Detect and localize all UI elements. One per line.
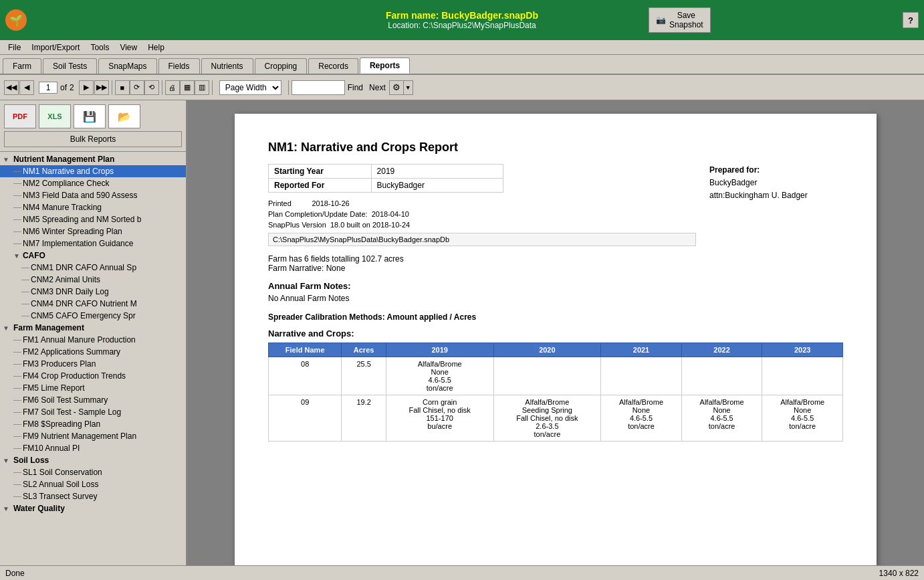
tree-item-fm8[interactable]: — FM8 $Spreading Plan <box>0 418 186 430</box>
snapplus-version-row: SnapPlus Version 18.0 built on 2018-10-2… <box>268 219 696 230</box>
view2-button[interactable]: ▥ <box>195 80 209 95</box>
prev-page-button[interactable]: ◀ <box>19 80 34 95</box>
reported-for-label: Reported For <box>269 179 372 193</box>
menu-tools[interactable]: Tools <box>85 41 114 54</box>
help-button[interactable]: ? <box>903 12 919 28</box>
annual-farm-notes-label: Annual Farm Notes: <box>268 281 843 291</box>
find-button[interactable]: Find <box>345 82 366 93</box>
tab-nutrients[interactable]: Nutrients <box>201 58 253 74</box>
file-path: C:\SnapPlus2\MySnapPlusData\BuckyBadger.… <box>268 233 696 246</box>
tree-item-cnm3[interactable]: — CNM3 DNR Daily Log <box>0 286 186 298</box>
tree-item-nm2[interactable]: — NM2 Compliance Check <box>0 177 186 189</box>
save-snapshot-button[interactable]: 📷 Save Snapshot <box>649 7 711 33</box>
refresh-button[interactable]: ⟳ <box>130 80 144 95</box>
tree-item-nm7[interactable]: — NM7 Implementation Guidance <box>0 237 186 250</box>
col-2021: 2021 <box>601 343 682 357</box>
stop-button[interactable]: ■ <box>115 80 130 95</box>
menu-help[interactable]: Help <box>142 41 170 54</box>
tree-item-fm1[interactable]: — FM1 Annual Manure Production <box>0 334 186 346</box>
gear-button[interactable]: ⚙ <box>389 80 404 95</box>
view1-button[interactable]: ▦ <box>180 80 195 95</box>
main-content: PDF XLS 💾 📂 Bulk Reports ▼ Nutrient Man <box>0 100 924 565</box>
menu-import-export[interactable]: Import/Export <box>26 41 85 54</box>
table-row-reported-for: Reported For BuckyBadger <box>269 179 503 193</box>
tree-item-cafo[interactable]: ▼ CAFO <box>0 250 186 262</box>
tree-item-fm6[interactable]: — FM6 Soil Test Summary <box>0 394 186 406</box>
tree-item-cnm2[interactable]: — CNM2 Animal Units <box>0 274 186 286</box>
expand-icon-water: ▼ <box>3 505 9 512</box>
group-water-quality: ▼ Water Quality <box>0 502 186 514</box>
tree-item-nm1[interactable]: — NM1 Narrative and Crops <box>0 165 186 177</box>
status-text: Done <box>5 569 25 578</box>
last-page-button[interactable]: ▶▶ <box>94 80 109 95</box>
tab-farm[interactable]: Farm <box>3 58 41 74</box>
print-button[interactable]: 🖨 <box>165 80 180 95</box>
tree-item-cnm5[interactable]: — CNM5 CAFO Emergency Spr <box>0 310 186 322</box>
tree-item-fm4[interactable]: — FM4 Crop Production Trends <box>0 370 186 382</box>
tree-item-nm5[interactable]: — NM5 Spreading and NM Sorted b <box>0 213 186 225</box>
location: Location: C:\SnapPlus2\MySnapPlusData <box>386 21 538 30</box>
report-tree: ▼ Nutrient Management Plan — NM1 Narrati… <box>0 152 186 565</box>
report-toolbar: ◀◀ ◀ of 2 ▶ ▶▶ ■ ⟳ ⟲ 🖨 ▦ ▥ Page Width Fi… <box>0 75 924 100</box>
status-bar: Done 1340 x 822 <box>0 565 924 580</box>
tree-item-nm6[interactable]: — NM6 Winter Spreading Plan <box>0 225 186 237</box>
zoom-select[interactable]: Page Width <box>219 80 281 95</box>
separator-4 <box>288 80 289 95</box>
group-header-nutrient-mgmt[interactable]: ▼ Nutrient Management Plan <box>0 153 186 165</box>
tree-item-sl2[interactable]: — SL2 Annual Soil Loss <box>0 478 186 490</box>
tree-item-nm4[interactable]: — NM4 Manure Tracking <box>0 201 186 213</box>
separator-1 <box>112 80 112 95</box>
spreader-value: Amount applied / Acres <box>387 312 477 322</box>
farm-fields-info: Farm has 6 fields totalling 102.7 acres … <box>268 254 843 273</box>
tab-soil-tests[interactable]: Soil Tests <box>43 58 97 74</box>
find-input[interactable] <box>292 80 345 95</box>
spreader-label: Spreader Calibration Methods <box>268 312 382 322</box>
tab-cropping[interactable]: Cropping <box>255 58 308 74</box>
folder-button[interactable]: 📂 <box>108 104 140 128</box>
col-2019: 2019 <box>386 343 493 357</box>
tree-item-sl3[interactable]: — SL3 Transect Survey <box>0 490 186 502</box>
group-header-farm-mgmt[interactable]: ▼ Farm Management <box>0 322 186 334</box>
separator-2 <box>162 80 162 95</box>
bulk-reports-button[interactable]: Bulk Reports <box>4 131 182 147</box>
tree-item-fm5[interactable]: — FM5 Lime Report <box>0 382 186 394</box>
camera-icon: 📷 <box>656 15 666 25</box>
tab-reports[interactable]: Reports <box>360 58 410 74</box>
excel-button[interactable]: XLS <box>39 104 71 128</box>
tree-item-nm3[interactable]: — NM3 Field Data and 590 Assess <box>0 189 186 201</box>
first-page-button[interactable]: ◀◀ <box>4 80 19 95</box>
separator-3 <box>212 80 213 95</box>
prepared-for-section: Prepared for: BuckyBadger attn:Buckingha… <box>709 164 843 249</box>
tree-item-fm9[interactable]: — FM9 Nutrient Management Plan <box>0 430 186 442</box>
group-header-water-quality[interactable]: ▼ Water Quality <box>0 502 186 514</box>
cell-y2022-1: Alfalfa/Brome None 4.6-5.5 ton/acre <box>681 395 762 442</box>
table-row-starting-year: Starting Year 2019 <box>269 165 503 179</box>
pdf-button[interactable]: PDF <box>4 104 36 128</box>
tab-snapmaps[interactable]: SnapMaps <box>98 58 156 74</box>
group-header-soil-loss[interactable]: ▼ Soil Loss <box>0 454 186 466</box>
menu-bar: File Import/Export Tools View Help <box>0 40 924 55</box>
sidebar: PDF XLS 💾 📂 Bulk Reports ▼ Nutrient Man <box>0 100 187 565</box>
save-button[interactable]: 💾 <box>74 104 106 128</box>
cell-y2019-1: Corn grain Fall Chisel, no disk 151-170 … <box>386 395 493 442</box>
menu-file[interactable]: File <box>3 41 26 54</box>
tab-fields[interactable]: Fields <box>158 58 200 74</box>
tree-item-fm2[interactable]: — FM2 Applications Summary <box>0 346 186 358</box>
tab-records[interactable]: Records <box>308 58 358 74</box>
cell-y2021-1: Alfalfa/Brome None 4.6-5.5 ton/acre <box>601 395 682 442</box>
settings-control: ⚙ ▼ <box>389 80 413 95</box>
tree-item-cnm1[interactable]: — CNM1 DNR CAFO Annual Sp <box>0 262 186 274</box>
menu-view[interactable]: View <box>114 41 142 54</box>
tree-item-fm10[interactable]: — FM10 Annual PI <box>0 442 186 454</box>
gear-arrow-button[interactable]: ▼ <box>404 80 413 95</box>
next-find-button[interactable]: Next <box>366 82 389 94</box>
tree-item-cnm4[interactable]: — CNM4 DNR CAFO Nutrient M <box>0 298 186 310</box>
next-page-button[interactable]: ▶ <box>79 80 94 95</box>
tree-item-fm7[interactable]: — FM7 Soil Test - Sample Log <box>0 406 186 418</box>
tree-item-fm3[interactable]: — FM3 Producers Plan <box>0 358 186 370</box>
page-number-input[interactable] <box>39 82 57 94</box>
cell-y2023-1: Alfalfa/Brome None 4.6-5.5 ton/acre <box>762 395 843 442</box>
crop-table: Field Name Acres 2019 2020 2021 2022 202… <box>268 343 843 442</box>
tree-item-sl1[interactable]: — SL1 Soil Conservation <box>0 466 186 478</box>
refresh2-button[interactable]: ⟲ <box>144 80 159 95</box>
